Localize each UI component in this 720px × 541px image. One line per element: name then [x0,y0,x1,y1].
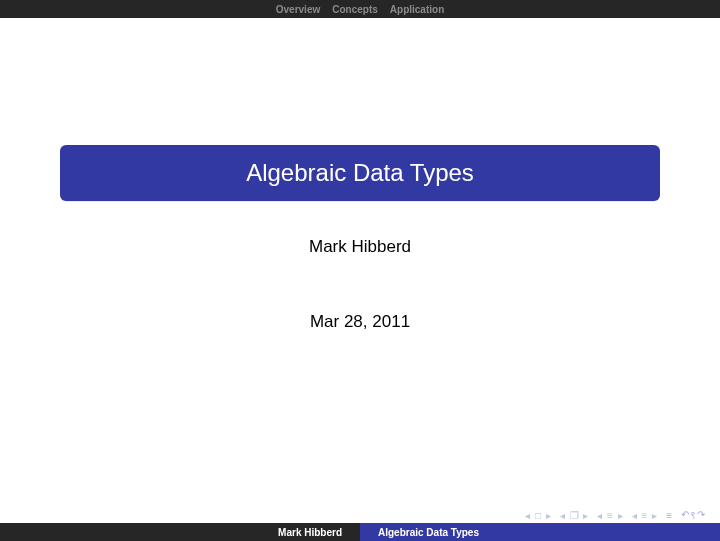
nav-section-icon[interactable]: ◂ ≡ ▸ [632,510,658,521]
footer-bar: Mark Hibberd Algebraic Data Types [0,523,720,541]
beamer-nav-symbols: ◂ □ ▸ ◂ ❐ ▸ ◂ ≡ ▸ ◂ ≡ ▸ ≡ ↶९↷ [525,509,706,521]
nav-concepts[interactable]: Concepts [332,4,378,15]
nav-slide-icon[interactable]: ◂ □ ▸ [525,510,552,521]
nav-subsection-icon[interactable]: ◂ ≡ ▸ [597,510,623,521]
nav-application[interactable]: Application [390,4,444,15]
presentation-title: Algebraic Data Types [246,159,474,187]
nav-doc-icon[interactable]: ≡ [666,510,673,521]
nav-frame-icon[interactable]: ◂ ❐ ▸ [560,510,590,521]
nav-backforward-icon[interactable]: ↶९↷ [681,509,706,521]
section-nav: Overview Concepts Application [0,0,720,18]
footer-title: Algebraic Data Types [360,523,720,541]
presentation-date: Mar 28, 2011 [0,312,720,332]
author-name: Mark Hibberd [0,237,720,257]
footer-author: Mark Hibberd [0,523,360,541]
title-block: Algebraic Data Types [60,145,660,201]
nav-overview[interactable]: Overview [276,4,320,15]
